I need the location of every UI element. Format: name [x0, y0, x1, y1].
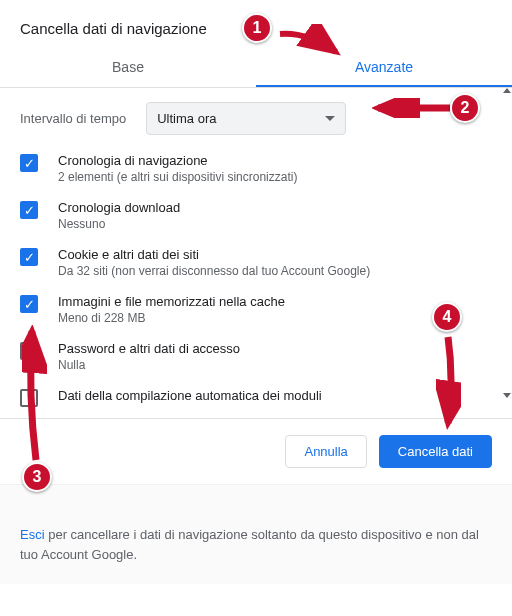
- arrow-4-icon: [436, 335, 461, 430]
- arrow-2-icon: [372, 98, 452, 118]
- tabs: Base Avanzate: [0, 47, 512, 88]
- chevron-down-icon: [325, 116, 335, 121]
- callout-4: 4: [432, 302, 462, 332]
- footer-note: Esci per cancellare i dati di navigazion…: [0, 484, 512, 584]
- callout-1: 1: [242, 13, 272, 43]
- checkbox-cookies[interactable]: [20, 248, 38, 266]
- time-range-value: Ultima ora: [157, 111, 216, 126]
- item-label: Cronologia di navigazione: [58, 153, 297, 168]
- callout-3: 3: [22, 462, 52, 492]
- item-sub: Meno di 228 MB: [58, 311, 285, 325]
- scrollbar[interactable]: [504, 88, 510, 398]
- item-sub: Da 32 siti (non verrai disconnesso dal t…: [58, 264, 370, 278]
- tab-basic[interactable]: Base: [0, 47, 256, 87]
- checkbox-download-history[interactable]: [20, 201, 38, 219]
- item-sub: 2 elementi (e altri sui dispositivi sinc…: [58, 170, 297, 184]
- clear-data-button[interactable]: Cancella dati: [379, 435, 492, 468]
- item-label: Cronologia download: [58, 200, 180, 215]
- time-range-label: Intervallo di tempo: [20, 111, 126, 126]
- arrow-1-icon: [278, 24, 348, 64]
- item-download-history: Cronologia download Nessuno: [20, 200, 492, 231]
- item-label: Immagini e file memorizzati nella cache: [58, 294, 285, 309]
- arrow-3-icon: [22, 325, 47, 465]
- cancel-button[interactable]: Annulla: [285, 435, 366, 468]
- item-label: Cookie e altri dati dei siti: [58, 247, 370, 262]
- item-cookies: Cookie e altri dati dei siti Da 32 siti …: [20, 247, 492, 278]
- checkbox-cache[interactable]: [20, 295, 38, 313]
- item-cache: Immagini e file memorizzati nella cache …: [20, 294, 492, 325]
- scroll-up-icon: [503, 88, 511, 93]
- checkbox-browsing-history[interactable]: [20, 154, 38, 172]
- time-range-select[interactable]: Ultima ora: [146, 102, 346, 135]
- item-sub: Nessuno: [58, 217, 180, 231]
- sign-out-link[interactable]: Esci: [20, 527, 45, 542]
- item-passwords: Password e altri dati di accesso Nulla: [20, 341, 492, 372]
- scroll-down-icon: [503, 393, 511, 398]
- item-browsing-history: Cronologia di navigazione 2 elementi (e …: [20, 153, 492, 184]
- item-sub: Nulla: [58, 358, 240, 372]
- item-label: Password e altri dati di accesso: [58, 341, 240, 356]
- item-label: Dati della compilazione automatica dei m…: [58, 388, 322, 403]
- footer-text: per cancellare i dati di navigazione sol…: [20, 527, 479, 562]
- clear-data-dialog: Cancella dati di navigazione Base Avanza…: [0, 0, 512, 616]
- item-autofill: Dati della compilazione automatica dei m…: [20, 388, 492, 407]
- callout-2: 2: [450, 93, 480, 123]
